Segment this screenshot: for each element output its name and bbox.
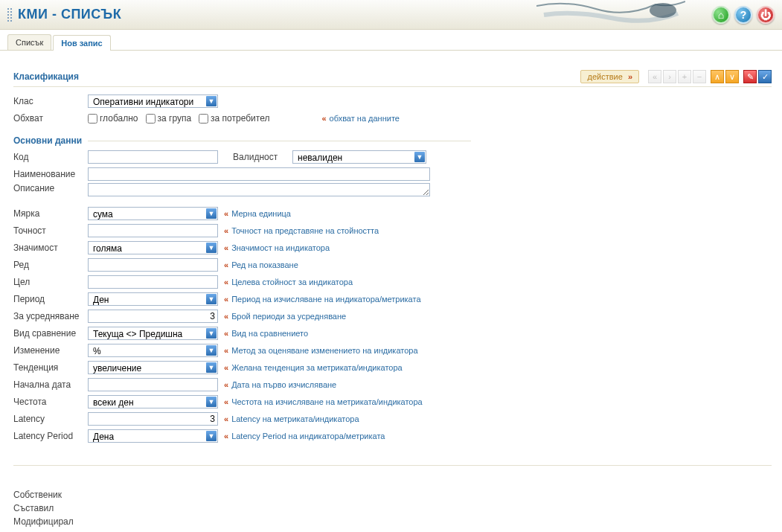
hint-precision: «Точност на представяне на стойността	[224, 226, 379, 235]
label-latency-period: Latency Period	[13, 431, 88, 441]
chk-global[interactable]	[88, 114, 97, 124]
confirm-icon[interactable]: ✓	[758, 70, 772, 83]
label-class: Клас	[13, 96, 88, 106]
label-precision: Точност	[13, 225, 88, 236]
chk-group[interactable]	[146, 114, 156, 124]
chk-user-label: за потребител	[211, 113, 269, 124]
label-period: Период	[13, 294, 88, 304]
hint-compare: «Вид на сравнението	[224, 329, 308, 338]
add-icon: +	[678, 70, 691, 83]
hint-latency-period: «Latency Period на индикатора/метриката	[224, 432, 385, 440]
action-label: действие	[587, 72, 622, 81]
hint-scope: «обхват на данните	[321, 114, 399, 123]
app-header: КМИ - СПИСЪК ⌂ ? ⏻	[0, 0, 782, 30]
tab-list[interactable]: Списък	[7, 34, 51, 50]
section-classification: Класификация	[13, 71, 79, 82]
cancel-icon[interactable]: ✎	[743, 70, 757, 83]
label-change: Изменение	[13, 345, 88, 356]
latency-period-select[interactable]: Дена▼	[88, 429, 218, 443]
hint-trend: «Желана тенденция за метриката/индикатор…	[224, 363, 403, 372]
section-basic: Основни данни	[13, 135, 82, 146]
nav-prev-icon: ›	[663, 70, 676, 83]
grip-icon	[7, 8, 12, 22]
label-name: Наименование	[13, 169, 88, 179]
period-select[interactable]: Ден▼	[88, 292, 218, 306]
record-toolbar: действие » « › + − ∧ ∨ ✎ ✓	[580, 70, 772, 83]
frequency-select[interactable]: всеки ден▼	[88, 395, 218, 408]
label-validity: Валидност	[233, 152, 292, 162]
raquo-icon: »	[628, 72, 632, 81]
label-creator: Съставил	[13, 501, 772, 515]
goal-input[interactable]	[88, 275, 218, 289]
hint-latency: «Latency на метриката/индикатора	[224, 414, 359, 423]
code-input[interactable]	[88, 150, 218, 164]
tab-bar: Списък Нов запис	[0, 30, 782, 51]
label-significance: Значимост	[13, 243, 88, 253]
label-order: Ред	[13, 260, 88, 270]
label-measure: Мярка	[13, 208, 88, 219]
nav-first-icon: «	[648, 70, 661, 83]
label-compare: Вид сравнение	[13, 328, 88, 339]
hint-frequency: «Честота на изчисляване на метриката/инд…	[224, 397, 423, 406]
label-frequency: Честота	[13, 397, 88, 407]
change-select[interactable]: %▼	[88, 344, 218, 357]
label-trend: Тенденция	[13, 362, 88, 373]
label-modifier: Модифицирал	[13, 515, 772, 528]
hint-averaging: «Брой периоди за усредняване	[224, 312, 346, 321]
hint-measure: «Мерна единица	[224, 209, 291, 218]
start-date-input[interactable]	[88, 378, 218, 391]
description-input[interactable]	[88, 183, 430, 196]
chk-user[interactable]	[199, 114, 208, 124]
order-input[interactable]	[88, 258, 218, 272]
name-input[interactable]	[88, 167, 430, 181]
label-owner: Собственик	[13, 488, 772, 501]
hint-goal: «Целева стойност за индикатора	[224, 278, 353, 286]
header-art	[536, 0, 685, 30]
down-icon[interactable]: ∨	[725, 70, 739, 83]
hint-start-date: «Дата на първо изчисляване	[224, 380, 336, 389]
label-start-date: Начална дата	[13, 379, 88, 390]
help-icon[interactable]: ?	[734, 6, 752, 24]
precision-input[interactable]	[88, 224, 218, 237]
label-latency: Latency	[13, 414, 88, 424]
class-select[interactable]: Оперативни индикатори ▼	[88, 94, 218, 108]
home-icon[interactable]: ⌂	[712, 6, 730, 24]
page-title: КМИ - СПИСЪК	[18, 7, 121, 22]
label-description: Описание	[13, 183, 88, 193]
significance-select[interactable]: голяма▼	[88, 241, 218, 254]
label-scope: Обхват	[13, 113, 88, 124]
measure-select[interactable]: сума▼	[88, 207, 218, 220]
hint-significance: «Значимост на индикатора	[224, 243, 330, 252]
remove-icon: −	[693, 70, 706, 83]
latency-input[interactable]	[88, 412, 218, 426]
trend-select[interactable]: увеличение▼	[88, 361, 218, 374]
averaging-input[interactable]	[88, 310, 218, 323]
chk-global-label: глобално	[100, 113, 138, 124]
power-icon[interactable]: ⏻	[757, 6, 775, 24]
hint-order: «Ред на показване	[224, 260, 298, 269]
label-goal: Цел	[13, 277, 88, 287]
tab-new[interactable]: Нов запис	[53, 35, 110, 51]
chk-group-label: за група	[158, 113, 192, 124]
hint-change: «Метод за оценяване изменението на индик…	[224, 346, 418, 355]
svg-point-0	[650, 3, 676, 18]
hint-period: «Период на изчисляване на индикатора/мет…	[224, 295, 421, 304]
label-code: Код	[13, 152, 88, 162]
compare-select[interactable]: Текуща <> Предишна▼	[88, 327, 218, 340]
action-menu[interactable]: действие »	[580, 70, 639, 83]
label-averaging: За усредняване	[13, 311, 88, 321]
validity-select[interactable]: невалиден ▼	[292, 150, 426, 164]
up-icon[interactable]: ∧	[711, 70, 724, 83]
